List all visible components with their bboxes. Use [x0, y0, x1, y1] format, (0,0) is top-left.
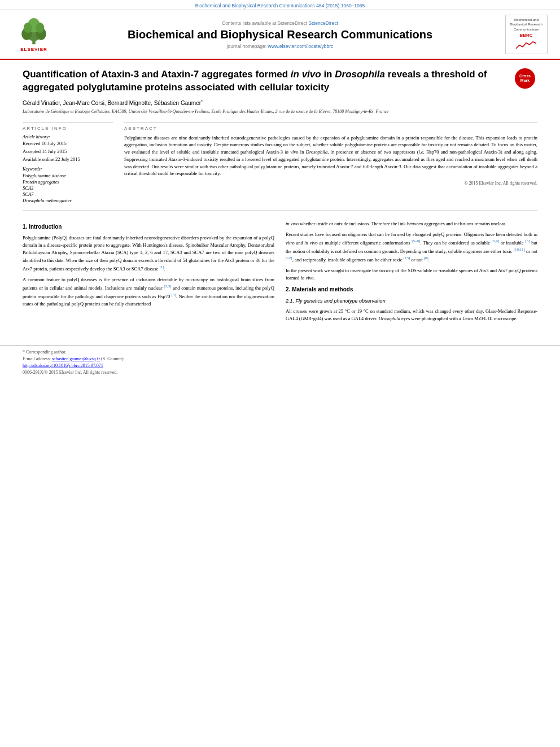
keywords-section: Keywords: Polyglutamine disease Protein … — [23, 167, 113, 203]
history-label: Article history: — [23, 134, 113, 139]
journal-header: ELSEVIER Contents lists available at Sci… — [0, 10, 560, 60]
abstract-title: ABSTRACT — [124, 126, 537, 131]
left-body-column: 1. Introduction Polyglutamine (PolyQ) di… — [23, 220, 274, 326]
right-para-3: In the present work we sought to investi… — [286, 267, 537, 282]
article-info-title: ARTICLE INFO — [23, 126, 113, 131]
keyword-1: Polyglutamine disease — [23, 173, 113, 178]
crossmark-badge: CrossMark — [515, 68, 537, 91]
bbrc-logo-box: Biochemical andBiophysical ResearchCommu… — [505, 15, 548, 54]
email-link[interactable]: sebastien.gaumer@uvsq.fr — [52, 356, 100, 361]
doi-link[interactable]: http://dx.doi.org/10.1016/j.bbrc.2015.07… — [23, 363, 103, 368]
intro-heading: 1. Introduction — [23, 222, 274, 231]
main-content: Quantification of Ataxin-3 and Ataxin-7 … — [0, 60, 560, 334]
keyword-5: Drosophila melanogaster — [23, 198, 113, 203]
elsevier-tree-icon — [17, 18, 51, 46]
article-title: Quantification of Ataxin-3 and Ataxin-7 … — [23, 68, 537, 94]
journal-center: Contents lists available at ScienceDirec… — [62, 20, 498, 49]
doi-line: http://dx.doi.org/10.1016/j.bbrc.2015.07… — [23, 363, 537, 368]
section-divider — [23, 211, 537, 211]
sciencedirect-url[interactable]: ScienceDirect — [309, 20, 338, 26]
journal-homepage: journal homepage: www.elsevier.com/locat… — [62, 43, 498, 49]
svg-point-5 — [24, 23, 32, 33]
elsevier-logo: ELSEVIER — [11, 18, 56, 52]
fly-genetics-heading: 2.1. Fly genetics and phenotype observat… — [286, 298, 537, 305]
corresponding-marker: * — [201, 99, 203, 104]
keyword-3: SCA3 — [23, 185, 113, 191]
email-footnote: E-mail address: sebastien.gaumer@uvsq.fr… — [23, 356, 537, 361]
svg-point-6 — [36, 23, 45, 33]
copyright: © 2015 Elsevier Inc. All rights reserved… — [124, 181, 537, 186]
journal-logo-right: Biochemical andBiophysical ResearchCommu… — [504, 15, 549, 54]
crossmark-icon: CrossMark — [515, 68, 535, 89]
article-info-panel: ARTICLE INFO Article history: Received 1… — [23, 122, 113, 204]
accepted-date: Accepted 14 July 2015 — [23, 148, 113, 154]
corresponding-footnote: * Corresponding author. — [23, 350, 537, 355]
abstract-text: Polyglutamine diseases are nine dominant… — [124, 134, 537, 178]
article-body: ARTICLE INFO Article history: Received 1… — [23, 122, 537, 204]
journal-homepage-url[interactable]: www.elsevier.com/locate/ybbrc — [268, 43, 334, 49]
issn-line: 0006-291X/© 2015 Elsevier Inc. All right… — [23, 370, 537, 375]
footer: * Corresponding author. E-mail address: … — [0, 346, 560, 375]
intro-para-2: A common feature to polyQ diseases is th… — [23, 276, 274, 308]
top-bar: Biochemical and Biophysical Research Com… — [0, 0, 560, 10]
keyword-4: SCA7 — [23, 191, 113, 197]
keyword-2: Protein aggregates — [23, 179, 113, 185]
intro-para-1: Polyglutamine (PolyQ) diseases are fatal… — [23, 234, 274, 273]
right-para-2: Recent studies have focused on oligomers… — [286, 231, 537, 264]
journal-issue-info: Biochemical and Biophysical Research Com… — [195, 3, 365, 8]
journal-title: Biochemical and Biophysical Research Com… — [62, 28, 498, 41]
abstract-section: ABSTRACT Polyglutamine diseases are nine… — [124, 122, 537, 204]
bbrc-chart-icon — [515, 40, 537, 51]
received-date: Received 10 July 2015 — [23, 141, 113, 146]
elsevier-label: ELSEVIER — [20, 47, 47, 52]
authors: Gérald Vinatier, Jean-Marc Corsi, Bernar… — [23, 99, 537, 106]
body-columns: 1. Introduction Polyglutamine (PolyQ) di… — [23, 217, 537, 326]
sciencedirect-link: Contents lists available at ScienceDirec… — [62, 20, 498, 26]
right-body-column: in vivo whether inside or outside inclus… — [286, 220, 537, 326]
available-date: Available online 22 July 2015 — [23, 156, 113, 162]
materials-heading: 2. Materials and methods — [286, 285, 537, 294]
right-para-1: in vivo whether inside or outside inclus… — [286, 220, 537, 228]
affiliation: Laboratoire de Génétique et Biologie Cel… — [23, 108, 537, 115]
fly-genetics-para: All crosses were grown at 25 °C or 19 °C… — [286, 308, 537, 322]
keywords-label: Keywords: — [23, 167, 113, 172]
